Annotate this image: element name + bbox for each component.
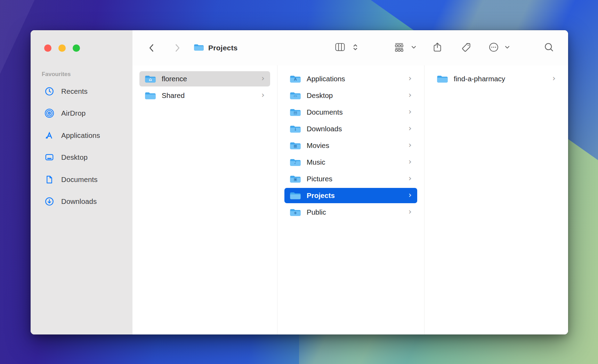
folder-icon xyxy=(145,91,156,100)
folder-badge-glyph: ▦ xyxy=(290,142,301,149)
more-actions-button[interactable] xyxy=(487,30,500,65)
item-label: Pictures xyxy=(307,175,409,183)
chevron-right-icon: › xyxy=(409,141,412,149)
sidebar-item-applications[interactable]: Applications xyxy=(31,124,132,147)
folder-icon xyxy=(194,43,204,53)
file-row-downloads[interactable]: ↓Downloads› xyxy=(284,121,417,136)
sidebar-item-label: Applications xyxy=(61,131,100,140)
sidebar-item-documents[interactable]: Documents xyxy=(31,168,132,191)
close-button[interactable] xyxy=(44,44,51,52)
tags-button[interactable] xyxy=(460,30,472,65)
sidebar-section-label: Favourites xyxy=(42,71,71,77)
item-label: Downloads xyxy=(307,125,409,133)
folder-icon xyxy=(437,74,448,83)
document-icon xyxy=(45,175,54,184)
file-row-applications[interactable]: AApplications› xyxy=(284,71,417,86)
forward-button[interactable] xyxy=(170,30,184,65)
folder-icon: ▣ xyxy=(290,174,301,183)
item-label: Movies xyxy=(307,141,409,150)
finder-window: Favourites RecentsAirDropApplicationsDes… xyxy=(31,30,568,334)
chevron-down-icon xyxy=(410,44,417,52)
desktop-icon xyxy=(45,152,54,162)
sidebar-item-airdrop[interactable]: AirDrop xyxy=(31,102,132,125)
finder-sidebar: Favourites RecentsAirDropApplicationsDes… xyxy=(31,30,133,334)
item-label: Shared xyxy=(162,91,261,100)
sidebar-item-label: Desktop xyxy=(61,153,88,162)
tag-icon xyxy=(461,42,472,54)
file-row-projects[interactable]: Projects› xyxy=(284,188,417,203)
folder-icon: ◈ xyxy=(290,208,301,217)
folder-icon xyxy=(290,191,301,200)
folder-icon: ▭ xyxy=(290,91,301,100)
sidebar-item-downloads[interactable]: Downloads xyxy=(31,191,132,213)
group-button[interactable] xyxy=(393,30,405,65)
chevron-down-icon xyxy=(504,44,511,52)
chevron-right-icon: › xyxy=(409,108,412,116)
toolbar-title: Projects xyxy=(194,30,237,65)
folder-badge-glyph: ⌂ xyxy=(145,76,156,83)
sidebar-item-desktop[interactable]: Desktop xyxy=(31,147,132,169)
download-circle-icon xyxy=(45,197,54,206)
folder-badge-glyph xyxy=(437,76,448,83)
folder-badge-glyph: ▭ xyxy=(290,92,301,99)
file-row-shared[interactable]: Shared› xyxy=(139,88,270,103)
sidebar-item-label: AirDrop xyxy=(61,109,86,117)
sidebar-item-label: Downloads xyxy=(61,197,97,206)
folder-badge-glyph: ♪ xyxy=(290,159,301,166)
zoom-button[interactable] xyxy=(73,44,80,52)
chevron-right-icon: › xyxy=(409,91,412,99)
file-row-desktop[interactable]: ▭Desktop› xyxy=(284,88,417,103)
back-button[interactable] xyxy=(145,30,159,65)
folder-badge-glyph xyxy=(145,92,156,99)
sidebar-item-label: Recents xyxy=(61,87,88,96)
chevron-right-icon: › xyxy=(261,74,265,82)
chevron-up-down-icon xyxy=(350,42,360,53)
folder-icon: ▤ xyxy=(290,108,301,117)
chevron-right-icon: › xyxy=(409,174,412,182)
folder-icon: ▦ xyxy=(290,141,301,150)
columns-icon xyxy=(334,42,346,54)
chevron-right-icon: › xyxy=(409,191,412,199)
item-label: find-a-pharmacy xyxy=(454,75,552,83)
more-menu-chevron[interactable] xyxy=(503,30,511,65)
chevron-right-icon: › xyxy=(409,208,412,216)
minimize-button[interactable] xyxy=(58,44,66,52)
file-row-pictures[interactable]: ▣Pictures› xyxy=(284,171,417,187)
file-row-documents[interactable]: ▤Documents› xyxy=(284,105,417,120)
item-label: Projects xyxy=(307,191,409,200)
group-menu-chevron[interactable] xyxy=(410,30,418,65)
folder-badge-glyph: ▤ xyxy=(290,109,301,116)
home-folder-icon: ⌂ xyxy=(145,74,156,83)
group-icon xyxy=(394,42,404,53)
clock-icon xyxy=(45,86,54,96)
search-icon xyxy=(543,42,555,54)
browser-column-3: find-a-pharmacy› xyxy=(425,65,568,334)
window-title: Projects xyxy=(208,44,237,52)
chevron-right-icon: › xyxy=(409,74,412,82)
desktop-wallpaper: Favourites RecentsAirDropApplicationsDes… xyxy=(0,0,598,364)
chevron-right-icon: › xyxy=(409,124,412,132)
ellipsis-circle-icon xyxy=(488,42,499,54)
share-button[interactable] xyxy=(431,30,444,65)
airdrop-icon xyxy=(45,108,54,118)
search-button[interactable] xyxy=(542,30,556,65)
sidebar-item-label: Documents xyxy=(61,175,98,184)
folder-badge-glyph: A xyxy=(290,76,301,83)
folder-icon: ↓ xyxy=(290,124,301,133)
file-row-public[interactable]: ◈Public› xyxy=(284,205,417,220)
file-row-movies[interactable]: ▦Movies› xyxy=(284,138,417,153)
item-label: Applications xyxy=(307,75,409,83)
folder-icon: A xyxy=(290,74,301,83)
folder-badge-glyph: ▣ xyxy=(290,176,301,183)
browser-column-2: AApplications›▭Desktop›▤Documents›↓Downl… xyxy=(277,65,425,334)
file-row-music[interactable]: ♪Music› xyxy=(284,155,417,170)
item-label: Music xyxy=(307,158,409,166)
sidebar-item-recents[interactable]: Recents xyxy=(31,80,132,102)
browser-column-1: ⌂florence›Shared› xyxy=(132,65,277,334)
columns-view-button[interactable] xyxy=(334,30,346,65)
folder-badge-glyph: ◈ xyxy=(290,209,301,216)
file-row-find-a-pharmacy[interactable]: find-a-pharmacy› xyxy=(431,71,561,86)
view-arrows-button[interactable] xyxy=(350,30,361,65)
finder-toolbar: Projects xyxy=(132,30,568,66)
file-row-florence[interactable]: ⌂florence› xyxy=(139,71,270,86)
